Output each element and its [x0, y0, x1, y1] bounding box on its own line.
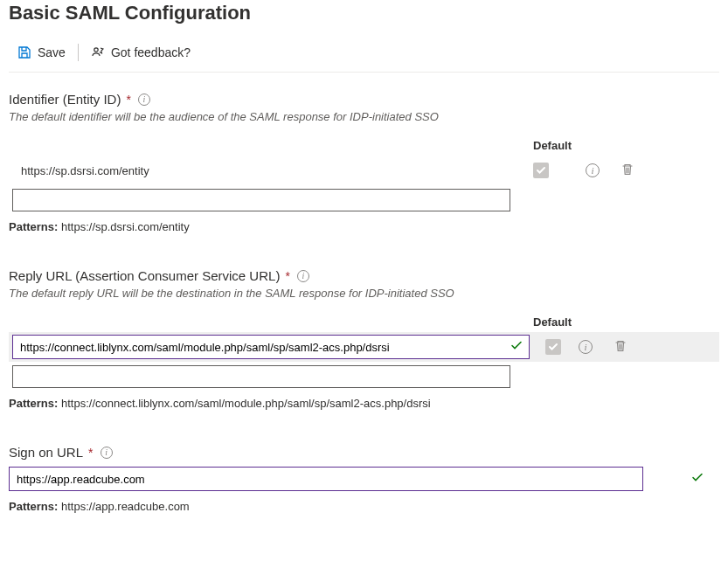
delete-row-button[interactable] [614, 343, 627, 356]
identifier-section: Identifier (Entity ID) * i The default i… [9, 92, 719, 233]
identifier-new-row [12, 189, 719, 211]
required-asterisk: * [285, 269, 289, 283]
svg-point-0 [94, 48, 98, 52]
sign-on-heading-text: Sign on URL [9, 445, 83, 460]
patterns-value: https://connect.liblynx.com/saml/module.… [61, 397, 431, 410]
default-checkbox[interactable] [545, 339, 561, 355]
toolbar-divider [78, 44, 79, 61]
check-icon [536, 165, 546, 176]
default-checkbox[interactable] [533, 163, 549, 178]
col-default-label: Default [533, 315, 586, 329]
sign-on-input-wrap [9, 467, 719, 491]
save-label: Save [38, 45, 66, 59]
reply-url-heading: Reply URL (Assertion Consumer Service UR… [9, 268, 719, 283]
patterns-label: Patterns: [9, 220, 58, 233]
identifier-row: https://sp.dsrsi.com/entity i [9, 156, 719, 185]
sign-on-input[interactable] [9, 467, 643, 491]
save-button[interactable]: Save [16, 42, 67, 63]
col-delete [621, 139, 655, 152]
toolbar: Save Got feedback? [9, 33, 719, 73]
reply-url-heading-text: Reply URL (Assertion Consumer Service UR… [9, 268, 280, 283]
trash-icon [621, 163, 634, 177]
patterns-label: Patterns: [9, 500, 58, 513]
sign-on-patterns: Patterns: https://app.readcube.com [9, 500, 719, 513]
save-icon [17, 45, 31, 59]
identifier-patterns: Patterns: https://sp.dsrsi.com/entity [9, 220, 719, 233]
reply-url-table: Default [9, 312, 719, 388]
check-icon [548, 342, 558, 352]
column-header-row: Default [9, 135, 719, 156]
patterns-value: https://app.readcube.com [61, 500, 190, 513]
sign-on-section: Sign on URL * i Patterns: https://app.re… [9, 445, 719, 513]
page-title: Basic SAML Configuration [9, 2, 251, 24]
col-value [9, 315, 533, 329]
feedback-icon [91, 45, 105, 59]
col-info [586, 139, 621, 152]
reply-url-row: i [9, 332, 719, 362]
required-asterisk: * [126, 93, 130, 107]
identifier-heading-text: Identifier (Entity ID) [9, 92, 121, 107]
reply-url-section: Reply URL (Assertion Consumer Service UR… [9, 268, 719, 410]
info-icon[interactable]: i [101, 447, 113, 459]
valid-check-icon [691, 472, 704, 487]
feedback-label: Got feedback? [111, 45, 191, 59]
reply-url-description: The default reply URL will be the destin… [9, 287, 719, 300]
column-header-row: Default [9, 312, 719, 332]
row-info-icon[interactable]: i [579, 340, 593, 354]
feedback-button[interactable]: Got feedback? [89, 42, 192, 63]
reply-url-input-wrap [12, 335, 530, 359]
info-icon[interactable]: i [138, 94, 150, 106]
patterns-label: Patterns: [9, 397, 58, 410]
saml-config-panel: Basic SAML Configuration Save Got feedba… [0, 0, 728, 530]
identifier-value: https://sp.dsrsi.com/entity [9, 163, 533, 179]
patterns-value: https://sp.dsrsi.com/entity [61, 220, 190, 233]
header: Basic SAML Configuration [9, 0, 719, 33]
reply-url-patterns: Patterns: https://connect.liblynx.com/sa… [9, 397, 719, 410]
identifier-description: The default identifier will be the audie… [9, 110, 719, 123]
required-asterisk: * [88, 446, 93, 460]
identifier-table: Default https://sp.dsrsi.com/entity i [9, 135, 719, 211]
sign-on-heading: Sign on URL * i [9, 445, 719, 460]
info-icon[interactable]: i [297, 270, 309, 282]
col-info [586, 315, 621, 329]
delete-row-button[interactable] [621, 166, 634, 179]
row-info-icon[interactable]: i [586, 163, 600, 177]
col-default-label: Default [533, 139, 586, 152]
reply-url-new-row [12, 365, 719, 388]
identifier-heading: Identifier (Entity ID) * i [9, 92, 719, 107]
col-value [9, 139, 533, 152]
reply-url-input[interactable] [12, 335, 530, 359]
identifier-new-input[interactable] [12, 189, 510, 211]
col-delete [621, 315, 655, 329]
close-icon[interactable] [709, 0, 719, 26]
trash-icon [614, 339, 627, 353]
reply-url-new-input[interactable] [12, 365, 510, 388]
